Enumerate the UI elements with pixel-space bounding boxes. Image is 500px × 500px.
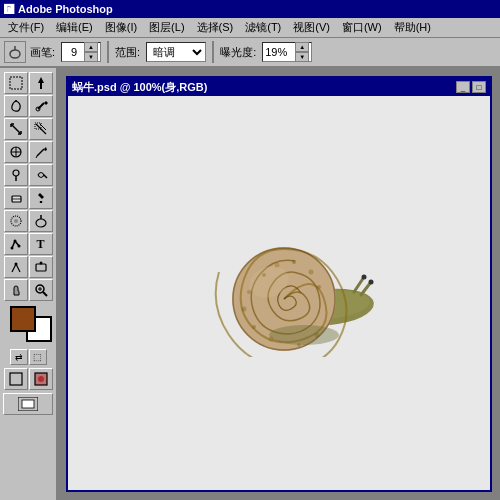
screen-mode[interactable]: [3, 393, 53, 415]
separator-1: [107, 41, 109, 63]
svg-point-32: [10, 247, 13, 250]
svg-marker-6: [44, 101, 48, 105]
range-label: 范围:: [115, 45, 140, 60]
menu-help[interactable]: 帮助(H): [388, 18, 437, 37]
tool-hand[interactable]: [4, 279, 28, 301]
svg-point-44: [38, 376, 44, 382]
brush-size-down[interactable]: ▼: [84, 52, 98, 62]
tool-row-5: [2, 164, 54, 186]
exposure-value: 19%: [265, 46, 295, 58]
standard-mode[interactable]: [4, 368, 28, 390]
svg-point-55: [262, 273, 266, 277]
brush-label: 画笔:: [30, 45, 55, 60]
tool-healing[interactable]: [4, 141, 28, 163]
svg-rect-36: [36, 264, 46, 271]
tool-move[interactable]: [29, 72, 53, 94]
tool-history-brush[interactable]: [29, 164, 53, 186]
tool-zoom[interactable]: [29, 279, 53, 301]
toolbox: T ⇄ ⬚: [0, 68, 58, 500]
tool-magic-wand[interactable]: [29, 95, 53, 117]
reset-colors[interactable]: ⬚: [29, 349, 47, 365]
document-window: 蜗牛.psd @ 100%(身,RGB) _ □: [66, 76, 492, 492]
svg-marker-20: [44, 147, 47, 151]
foreground-color[interactable]: [10, 306, 36, 332]
svg-line-19: [37, 149, 44, 156]
svg-point-33: [13, 240, 16, 243]
tool-clone[interactable]: [4, 164, 28, 186]
svg-point-62: [252, 325, 256, 329]
svg-point-56: [275, 263, 280, 268]
main-area: T ⇄ ⬚: [0, 68, 500, 500]
svg-line-5: [38, 103, 44, 109]
svg-point-59: [317, 285, 321, 289]
switch-colors[interactable]: ⇄: [10, 349, 28, 365]
svg-point-67: [269, 325, 339, 345]
svg-point-0: [10, 50, 20, 58]
exposure-up[interactable]: ▲: [295, 42, 309, 52]
canvas-area: 蜗牛.psd @ 100%(身,RGB) _ □: [58, 68, 500, 500]
menu-select[interactable]: 选择(S): [191, 18, 240, 37]
range-select[interactable]: 暗调 中间调 高光: [146, 42, 206, 62]
tool-dodge[interactable]: [29, 210, 53, 232]
document-controls: _ □: [456, 81, 486, 93]
svg-line-49: [354, 277, 364, 292]
doc-minimize[interactable]: _: [456, 81, 470, 93]
color-controls: ⇄ ⬚: [2, 349, 54, 365]
exposure-down[interactable]: ▼: [295, 52, 309, 62]
svg-rect-2: [10, 77, 22, 89]
menu-image[interactable]: 图像(I): [99, 18, 143, 37]
tool-row-10: [2, 279, 54, 301]
svg-line-8: [11, 124, 21, 134]
tool-type[interactable]: T: [29, 233, 53, 255]
tool-row-7: [2, 210, 54, 232]
svg-point-60: [247, 290, 251, 294]
svg-point-30: [36, 219, 46, 227]
svg-point-52: [369, 280, 374, 285]
tool-pen[interactable]: [4, 256, 28, 278]
tool-shape[interactable]: [29, 256, 53, 278]
tool-crop[interactable]: [4, 118, 28, 140]
document-title: 蜗牛.psd @ 100%(身,RGB): [72, 80, 207, 95]
tool-row-2: [2, 95, 54, 117]
svg-point-58: [309, 270, 314, 275]
svg-point-57: [292, 260, 296, 264]
svg-point-51: [362, 275, 367, 280]
menu-layer[interactable]: 图层(L): [143, 18, 190, 37]
tool-pencil[interactable]: [29, 141, 53, 163]
tool-blur[interactable]: [4, 210, 28, 232]
brush-size-value: 9: [64, 46, 84, 58]
tool-slice[interactable]: [29, 118, 53, 140]
screen-row: [2, 393, 54, 415]
app-title: Adobe Photoshop: [18, 3, 113, 15]
quick-mask[interactable]: [29, 368, 53, 390]
tool-fill[interactable]: [29, 187, 53, 209]
document-titlebar: 蜗牛.psd @ 100%(身,RGB) _ □: [68, 78, 490, 96]
svg-point-37: [39, 262, 42, 265]
tool-lasso[interactable]: [4, 95, 28, 117]
tool-row-8: T: [2, 233, 54, 255]
svg-marker-27: [38, 193, 44, 199]
toolbar: 画笔: 9 ▲ ▼ 范围: 暗调 中间调 高光 曝光度: 19% ▲ ▼: [0, 38, 500, 68]
tool-marquee-rect[interactable]: [4, 72, 28, 94]
menu-filter[interactable]: 滤镜(T): [239, 18, 287, 37]
svg-rect-46: [22, 400, 34, 408]
menu-file[interactable]: 文件(F): [2, 18, 50, 37]
brush-size-up[interactable]: ▲: [84, 42, 98, 52]
svg-line-39: [43, 292, 47, 296]
tool-path[interactable]: [4, 233, 28, 255]
svg-rect-42: [10, 373, 22, 385]
tool-eraser[interactable]: [4, 187, 28, 209]
svg-line-21: [36, 156, 37, 158]
menu-view[interactable]: 视图(V): [287, 18, 336, 37]
menu-window[interactable]: 窗口(W): [336, 18, 388, 37]
menu-edit[interactable]: 编辑(E): [50, 18, 99, 37]
svg-line-24: [44, 175, 47, 178]
menu-bar: 文件(F) 编辑(E) 图像(I) 图层(L) 选择(S) 滤镜(T) 视图(V…: [0, 18, 500, 38]
svg-marker-3: [38, 77, 44, 89]
tool-row-6: [2, 187, 54, 209]
doc-maximize[interactable]: □: [472, 81, 486, 93]
app-icon: 🅿: [4, 4, 14, 15]
svg-point-4: [15, 100, 17, 102]
svg-point-34: [17, 245, 20, 248]
tool-row-1: [2, 72, 54, 94]
